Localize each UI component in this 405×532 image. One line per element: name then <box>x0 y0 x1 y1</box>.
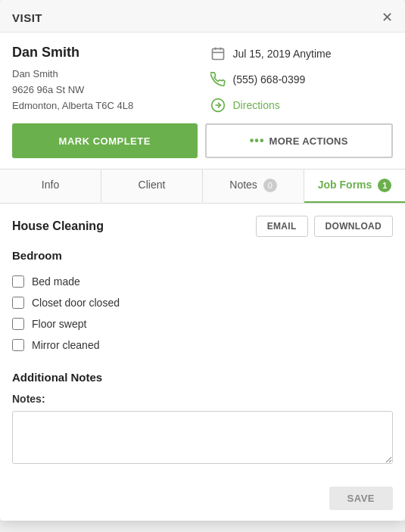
tab-info[interactable]: Info <box>0 170 101 203</box>
form-action-buttons: EMAIL DOWNLOAD <box>256 216 393 237</box>
bedroom-section-title: Bedroom <box>12 249 393 262</box>
tab-content-job-forms: House Cleaning EMAIL DOWNLOAD Bedroom Be… <box>0 204 405 479</box>
client-details: Dan Smith Dan Smith 9626 96a St NW Edmon… <box>12 45 197 114</box>
tab-client-label: Client <box>139 179 166 191</box>
checklist-label: Closet door closed <box>32 297 120 309</box>
modal-header: VISIT ✕ <box>0 0 405 33</box>
visit-modal: VISIT ✕ Dan Smith Dan Smith 9626 96a St … <box>0 0 405 521</box>
client-address: Dan Smith 9626 96a St NW Edmonton, Alber… <box>12 67 197 114</box>
tab-job-forms-badge: 1 <box>378 179 391 192</box>
tab-info-label: Info <box>42 179 59 191</box>
form-header: House Cleaning EMAIL DOWNLOAD <box>12 216 393 237</box>
visit-phone: (555) 668-0399 <box>233 73 306 86</box>
tabs-bar: Info Client Notes 0 Job Forms 1 <box>0 169 405 204</box>
dots-icon: ••• <box>250 134 265 148</box>
checklist-label: Bed made <box>32 275 80 288</box>
directions-icon <box>209 96 227 114</box>
checklist-label: Mirror cleaned <box>32 339 99 351</box>
additional-notes-section: Additional Notes Notes: <box>12 371 393 467</box>
tab-job-forms[interactable]: Job Forms 1 <box>304 170 405 203</box>
checkbox-floor-swept[interactable] <box>12 318 24 330</box>
address-line3: Edmonton, Alberta T6C 4L8 <box>12 98 197 114</box>
directions-row: Directions <box>209 96 394 114</box>
checklist-label: Floor swept <box>32 318 86 330</box>
checklist-item: Mirror cleaned <box>12 334 393 356</box>
tab-notes[interactable]: Notes 0 <box>203 170 304 203</box>
actions-row: MARK COMPLETE ••• MORE ACTIONS <box>0 123 405 169</box>
date-row: Jul 15, 2019 Anytime <box>209 45 394 63</box>
tab-notes-badge: 0 <box>263 179 277 192</box>
checklist-item: Floor swept <box>12 313 393 334</box>
email-button[interactable]: EMAIL <box>256 216 308 237</box>
client-name: Dan Smith <box>12 45 197 61</box>
tab-job-forms-label: Job Forms <box>318 179 372 191</box>
visit-date: Jul 15, 2019 Anytime <box>233 48 332 60</box>
form-title: House Cleaning <box>12 219 104 233</box>
save-button[interactable]: SAVE <box>329 487 393 510</box>
checkbox-closet-door[interactable] <box>12 297 24 309</box>
calendar-icon <box>209 45 227 63</box>
checkbox-bed-made[interactable] <box>12 275 24 288</box>
additional-notes-title: Additional Notes <box>12 371 393 384</box>
address-line1: Dan Smith <box>12 67 197 82</box>
modal-footer: SAVE <box>0 479 405 521</box>
checklist: Bed made Closet door closed Floor swept … <box>12 271 393 356</box>
checklist-item: Bed made <box>12 271 393 292</box>
notes-textarea[interactable] <box>12 411 393 464</box>
more-actions-label: MORE ACTIONS <box>269 135 348 147</box>
notes-label: Notes: <box>12 393 393 405</box>
address-line2: 9626 96a St NW <box>12 82 197 98</box>
phone-row: (555) 668-0399 <box>209 70 394 89</box>
directions-link[interactable]: Directions <box>233 99 280 111</box>
modal-title: VISIT <box>12 11 42 24</box>
visit-info: Dan Smith Dan Smith 9626 96a St NW Edmon… <box>0 33 405 123</box>
download-button[interactable]: DOWNLOAD <box>314 216 393 237</box>
tab-notes-label: Notes <box>229 179 257 191</box>
tab-client[interactable]: Client <box>101 170 203 203</box>
phone-icon <box>209 70 227 89</box>
more-actions-button[interactable]: ••• MORE ACTIONS <box>205 123 394 158</box>
close-button[interactable]: ✕ <box>382 11 393 24</box>
mark-complete-button[interactable]: MARK COMPLETE <box>12 123 198 158</box>
checkbox-mirror-cleaned[interactable] <box>12 339 24 351</box>
checklist-item: Closet door closed <box>12 292 393 313</box>
svg-rect-0 <box>212 48 223 59</box>
visit-meta: Jul 15, 2019 Anytime (555) 668-0399 <box>209 45 394 114</box>
